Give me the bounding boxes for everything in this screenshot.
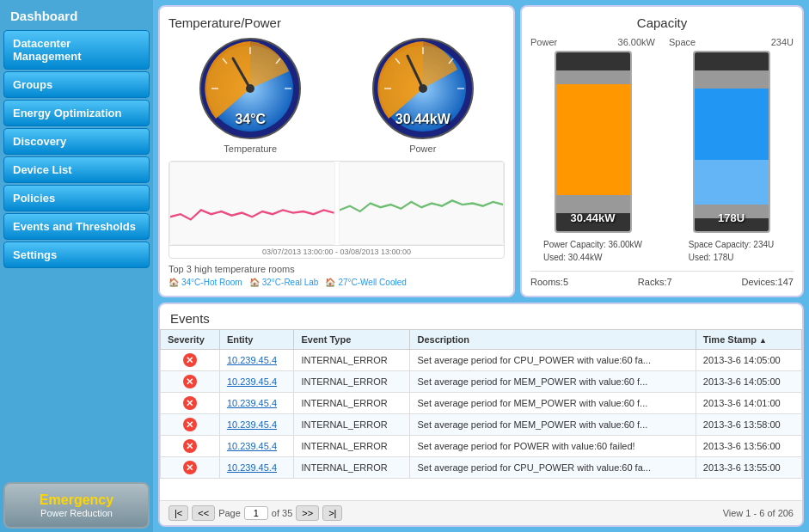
col-severity[interactable]: Severity — [161, 330, 220, 350]
events-table-scroll[interactable]: Severity Entity Event Type Description T… — [160, 329, 802, 500]
room-name-2: 32°C-Real Lab — [262, 278, 319, 287]
space-seg-lightblue — [695, 160, 769, 205]
top3-title: Top 3 high temperature rooms — [169, 264, 505, 274]
power-used-text: Used: 30.44kW — [543, 251, 642, 264]
entity-cell[interactable]: 10.239.45.4 — [219, 371, 294, 393]
entity-link[interactable]: 10.239.45.4 — [227, 419, 277, 430]
page-prev-button[interactable]: << — [192, 505, 215, 521]
sidebar-item-discovery[interactable]: Discovery — [3, 128, 150, 155]
page-last-button[interactable]: >| — [322, 505, 342, 521]
page-of-label: of 35 — [272, 508, 292, 518]
table-row: ✕10.239.45.4INTERNAL_ERRORSet average pe… — [161, 436, 802, 457]
timestamp-cell: 2013-3-6 14:01:00 — [696, 393, 801, 414]
timestamp-cell: 2013-3-6 13:55:00 — [696, 457, 801, 479]
temperature-value: 34°C — [235, 112, 266, 127]
severity-cell: ✕ — [161, 457, 220, 479]
page-label: Page — [218, 508, 241, 518]
table-row: ✕10.239.45.4INTERNAL_ERRORSet average pe… — [161, 414, 802, 436]
description-cell: Set average period for CPU_POWER with va… — [410, 350, 696, 371]
error-icon: ✕ — [183, 461, 197, 474]
top3-rooms: 🏠 34°C-Hot Room 🏠 32°C-Real Lab 🏠 27°C-W… — [169, 278, 505, 287]
room-icon-1: 🏠 — [169, 278, 179, 287]
room-name-3: 27°C-Well Cooled — [338, 278, 406, 287]
entity-link[interactable]: 10.239.45.4 — [227, 441, 277, 451]
gauges-row: 34°C Temperature — [169, 37, 505, 154]
sidebar-item-energy-optimization[interactable]: Energy Optimization — [3, 100, 150, 126]
severity-cell: ✕ — [161, 393, 220, 414]
power-label: Power — [409, 144, 436, 154]
room-name-1: 34°C-Hot Room — [181, 278, 242, 287]
capacity-footer: Rooms:5 Racks:7 Devices:147 — [530, 271, 794, 287]
space-cap-label: Space — [669, 37, 696, 47]
sidebar-item-groups[interactable]: Groups — [3, 71, 150, 98]
table-row: ✕10.239.45.4INTERNAL_ERRORSet average pe… — [161, 393, 802, 414]
entity-link[interactable]: 10.239.45.4 — [227, 376, 277, 387]
event-type-cell: INTERNAL_ERROR — [294, 371, 410, 393]
description-cell: Set average period for POWER with value:… — [410, 436, 696, 457]
sidebar-item-events-and-thresholds[interactable]: Events and Thresholds — [3, 213, 150, 240]
power-chart — [339, 162, 505, 245]
col-timestamp[interactable]: Time Stamp ▲ — [696, 330, 801, 350]
emergency-power-reduction-button[interactable]: Emergency Power Reduction — [3, 482, 150, 529]
timestamp-cell: 2013-3-6 14:05:00 — [696, 350, 801, 371]
capacity-bars-row: Power 36.00kW 30.44kW — [530, 37, 794, 264]
power-capacity-text: Power Capacity: 36.00kW — [543, 238, 642, 251]
entity-cell[interactable]: 10.239.45.4 — [219, 436, 294, 457]
temperature-chart — [169, 162, 335, 245]
capacity-panel: Capacity Power 36.00kW — [520, 5, 804, 297]
description-cell: Set average period for MEM_POWER with va… — [410, 371, 696, 393]
main-content: Temperature/Power — [153, 0, 809, 532]
event-type-cell: INTERNAL_ERROR — [294, 414, 410, 436]
temperature-gauge: 34°C — [199, 37, 302, 140]
events-panel: Events Severity Entity Event Type Descri… — [158, 303, 804, 527]
sidebar-item-settings[interactable]: Settings — [3, 242, 150, 268]
page-first-button[interactable]: |< — [169, 505, 188, 521]
col-event-type[interactable]: Event Type — [294, 330, 410, 350]
error-icon: ✕ — [183, 396, 197, 410]
col-entity[interactable]: Entity — [219, 330, 294, 350]
entity-link[interactable]: 10.239.45.4 — [227, 355, 277, 365]
room-item-1[interactable]: 🏠 34°C-Hot Room — [169, 278, 242, 287]
devices-count: Devices:147 — [741, 277, 794, 287]
entity-cell[interactable]: 10.239.45.4 — [219, 350, 294, 371]
timestamp-cell: 2013-3-6 13:58:00 — [696, 414, 801, 436]
error-icon: ✕ — [183, 353, 197, 367]
pagination: |< << Page of 35 >> >| — [169, 505, 342, 521]
error-icon: ✕ — [183, 418, 197, 431]
severity-cell: ✕ — [161, 371, 220, 393]
space-cap-bar: 178U — [693, 51, 770, 233]
room-icon-3: 🏠 — [325, 278, 335, 287]
room-item-2[interactable]: 🏠 32°C-Real Lab — [249, 278, 319, 287]
power-cap-header: Power 36.00kW — [530, 37, 655, 47]
sidebar-item-datacenter-management[interactable]: Datacenter Management — [3, 30, 150, 70]
power-seg-black — [556, 52, 630, 70]
event-type-cell: INTERNAL_ERROR — [294, 457, 410, 479]
space-capacity-text: Space Capacity: 234U — [689, 238, 775, 251]
temp-power-title: Temperature/Power — [169, 15, 505, 30]
racks-count: Racks:7 — [638, 277, 672, 287]
col-description[interactable]: Description — [410, 330, 696, 350]
sidebar-title: Dashboard — [3, 3, 150, 28]
temperature-power-panel: Temperature/Power — [158, 5, 515, 297]
sidebar-item-policies[interactable]: Policies — [3, 185, 150, 211]
entity-link[interactable]: 10.239.45.4 — [227, 462, 277, 473]
space-used-label: 178U — [718, 211, 745, 224]
room-item-3[interactable]: 🏠 27°C-Well Cooled — [325, 278, 406, 287]
top-row: Temperature/Power — [158, 5, 804, 297]
svg-rect-18 — [170, 162, 334, 244]
sidebar-item-device-list[interactable]: Device List — [3, 156, 150, 183]
page-number-input[interactable] — [244, 506, 268, 520]
entity-cell[interactable]: 10.239.45.4 — [219, 414, 294, 436]
room-icon-2: 🏠 — [249, 278, 260, 287]
entity-cell[interactable]: 10.239.45.4 — [219, 457, 294, 479]
space-cap-stats: Space Capacity: 234U Used: 178U — [689, 238, 775, 264]
events-table: Severity Entity Event Type Description T… — [160, 329, 802, 479]
page-next-button[interactable]: >> — [296, 505, 319, 521]
entity-cell[interactable]: 10.239.45.4 — [219, 393, 294, 414]
emergency-sub-label: Power Reduction — [14, 508, 139, 518]
capacity-title: Capacity — [530, 15, 794, 30]
space-seg-black — [695, 52, 769, 70]
rooms-count: Rooms:5 — [530, 277, 568, 287]
entity-link[interactable]: 10.239.45.4 — [227, 398, 277, 408]
space-cap-header: Space 234U — [669, 37, 794, 47]
